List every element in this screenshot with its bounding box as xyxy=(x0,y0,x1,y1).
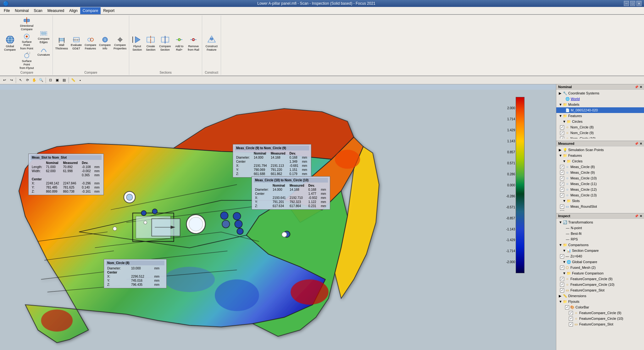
menu-nominal[interactable]: Nominal xyxy=(12,7,31,14)
expand-nominal-features[interactable]: ▼ xyxy=(559,114,563,118)
nominal-model-item[interactable]: 📄 M_08652240-020 xyxy=(556,107,644,113)
expand-dimensions[interactable]: ▶ xyxy=(559,294,563,298)
surface-point-from-flyout-button[interactable]: Surface Pointfrom Flyout xyxy=(18,51,36,70)
zc-640[interactable]: ✓ — Zc=640 xyxy=(556,253,644,259)
nominal-pin-icon[interactable]: 📌 xyxy=(635,85,638,89)
nominal-features[interactable]: ▼ 📁 Features xyxy=(556,113,644,119)
curvature-button[interactable]: Curvature xyxy=(36,45,51,57)
flyout-section-button[interactable]: FlyoutSection xyxy=(130,34,144,53)
maximize-button[interactable]: □ xyxy=(630,1,635,6)
tb-redo[interactable]: ↪ xyxy=(8,77,14,83)
nominal-close-icon[interactable]: ✕ xyxy=(640,85,642,89)
menu-scan[interactable]: Scan xyxy=(31,7,45,14)
construct-feature-button[interactable]: ConstructFeature xyxy=(204,34,219,53)
global-compare-button[interactable]: GlobalCompare xyxy=(3,34,17,53)
menu-compare[interactable]: Compare xyxy=(80,7,101,14)
compare-info-button[interactable]: i CompareInfo xyxy=(98,35,112,51)
meas-circle-13-checkbox[interactable]: ✓ xyxy=(560,193,564,197)
meas-round-slot-checkbox[interactable]: ✓ xyxy=(560,205,564,209)
directional-compare-button[interactable]: DirectionalCompare xyxy=(18,16,36,32)
flyout-fc-circle-10[interactable]: ✓ ○ FeatureCompare_Circle (10) xyxy=(556,316,644,321)
measured-close-icon[interactable]: ✕ xyxy=(640,142,642,145)
tb-fit[interactable]: ⊡ xyxy=(47,77,53,83)
tb-zoom[interactable]: 🔍 xyxy=(38,77,44,83)
meas-circle-12[interactable]: ✓ ○ Meas_Circle (12) xyxy=(556,187,644,192)
inspect-close-icon[interactable]: ✕ xyxy=(640,214,642,218)
meas-round-slot[interactable]: ✓ ▭ Meas_RoundSlot xyxy=(556,204,644,209)
meas-circle-11[interactable]: ✓ ○ Meas_Circle (11) xyxy=(556,181,644,187)
rps[interactable]: — RPS xyxy=(556,236,644,242)
fc-circle-10-checkbox[interactable]: ✓ xyxy=(560,283,564,287)
meas-circle-11-checkbox[interactable]: ✓ xyxy=(560,182,564,186)
add-to-rail-button[interactable]: + Add toRail+ xyxy=(173,34,186,53)
surface-point-from-point-button[interactable]: Surface Pointfrom Point xyxy=(18,32,36,51)
expand-feature-comparison[interactable]: ▼ xyxy=(563,271,566,275)
tb-select[interactable]: ↖ xyxy=(17,77,24,83)
transformations-folder[interactable]: ▼ 🔄 Transformations xyxy=(556,219,644,225)
tb-view-top[interactable]: ▤ xyxy=(61,77,67,83)
nom-circle-9-checkbox[interactable]: ✓ xyxy=(560,131,564,135)
meas-round-slot-2-checkbox[interactable]: ✓ xyxy=(560,210,564,211)
n-point[interactable]: — N-point xyxy=(556,225,644,231)
meas-circle-9[interactable]: ✓ ○ Meas_Circle (9) xyxy=(556,170,644,175)
close-button[interactable]: ✕ xyxy=(636,1,641,6)
nom-circle-9[interactable]: ✓ ○ Nom_Circle (9) xyxy=(556,130,644,136)
nom-circle-10[interactable]: ✓ ○ Nom_Circle (10) xyxy=(556,136,644,138)
fused-mesh-2[interactable]: ✓ ⬡ Fused_Mesh (2) xyxy=(556,265,644,270)
expand-comparisons[interactable]: ▼ xyxy=(559,243,563,247)
expand-models[interactable]: ▼ xyxy=(559,103,563,106)
comparisons-folder[interactable]: ▼ 📁 Comparisons xyxy=(556,242,644,248)
create-section-button[interactable]: + CreateSection xyxy=(144,34,157,53)
remove-from-rail-button[interactable]: Removefrom Rail xyxy=(186,34,201,53)
meas-circle-13[interactable]: ✓ ○ Meas_Circle (13) xyxy=(556,192,644,198)
fc-circle-9-checkbox[interactable]: ✓ xyxy=(560,277,564,281)
meas-circle-8-checkbox[interactable]: ✓ xyxy=(560,165,564,169)
inspect-pin-icon[interactable]: 📌 xyxy=(635,214,638,218)
expand-transformations[interactable]: ▼ xyxy=(559,220,563,224)
colorbar-item[interactable]: ✓ 🎨 ColorBar xyxy=(556,304,644,310)
best-fit[interactable]: — Best-fit xyxy=(556,231,644,236)
fc-circle-10[interactable]: ✓ ○ FeatureCompare_Circle (10) xyxy=(556,282,644,287)
nominal-models[interactable]: ▼ 📁 Models xyxy=(556,102,644,107)
expand-coord-systems[interactable]: ▶ xyxy=(559,91,563,95)
expand-measured-circles[interactable]: ▼ xyxy=(563,159,566,163)
tb-point[interactable]: • xyxy=(77,77,83,83)
flyout-fc-circle-10-checkbox[interactable]: ✓ xyxy=(569,317,573,321)
sim-scan-points[interactable]: ▶ 💡 Simulation Scan Points xyxy=(556,147,644,153)
expand-global-compare[interactable]: ▼ xyxy=(563,260,566,264)
expand-measured-slots[interactable]: ▼ xyxy=(563,199,566,203)
menu-align[interactable]: Align xyxy=(67,7,80,14)
flyouts-folder[interactable]: ▼ 📁 Flyouts xyxy=(556,299,644,304)
colorbar-checkbox[interactable]: ✓ xyxy=(565,305,569,309)
section-compare-folder[interactable]: ▼ 📊 Section Compare xyxy=(556,248,644,253)
expand-nominal-circles[interactable]: ▼ xyxy=(563,120,566,123)
menu-file[interactable]: File xyxy=(1,7,12,14)
viewport[interactable]: 2.000 1.714 1.429 1.143 0.857 0.571 0.28… xyxy=(0,84,556,350)
nominal-coordinate-systems[interactable]: ▶ 🔧 Coordinate Systems xyxy=(556,90,644,96)
meas-circle-9-checkbox[interactable]: ✓ xyxy=(560,171,564,175)
menu-measured[interactable]: Measured xyxy=(45,7,67,14)
measured-slots-folder[interactable]: ▼ 📁 Slots xyxy=(556,198,644,204)
flyout-fc-circle-9-checkbox[interactable]: ✓ xyxy=(569,311,573,315)
flyout-fc-circle-9[interactable]: ✓ ○ FeatureCompare_Circle (9) xyxy=(556,310,644,316)
nom-circle-8[interactable]: ✓ ○ Nom_Circle (8) xyxy=(556,124,644,130)
fc-slot[interactable]: ✓ ▭ FeatureCompare_Slot xyxy=(556,287,644,293)
zc-640-checkbox[interactable]: ✓ xyxy=(560,254,564,258)
nom-circle-8-checkbox[interactable]: ✓ xyxy=(560,125,564,129)
nominal-world[interactable]: 🌐 World xyxy=(556,96,644,102)
expand-sim-scan[interactable]: ▶ xyxy=(559,148,563,152)
wall-thickness-button[interactable]: WallThickness xyxy=(54,35,69,51)
expand-section-compare[interactable]: ▼ xyxy=(563,249,566,252)
compare-section-button[interactable]: CompareSection xyxy=(158,34,172,53)
fused-mesh-2-checkbox[interactable]: ✓ xyxy=(560,266,564,270)
tb-measure[interactable]: 📏 xyxy=(70,77,76,83)
meas-circle-8[interactable]: ✓ ○ Meas_Circle (8) xyxy=(556,164,644,170)
fc-slot-checkbox[interactable]: ✓ xyxy=(560,288,564,292)
meas-circle-12-checkbox[interactable]: ✓ xyxy=(560,188,564,192)
meas-circle-10-checkbox[interactable]: ✓ xyxy=(560,176,564,180)
dimensions-folder[interactable]: ▶ 📏 Dimensions xyxy=(556,293,644,299)
menu-report[interactable]: Report xyxy=(101,7,117,14)
tb-undo[interactable]: ↩ xyxy=(1,77,8,83)
tb-rotate[interactable]: ⟳ xyxy=(24,77,31,83)
meas-round-slot-2[interactable]: ✓ ▭ Meas_RoundSlot (2) xyxy=(556,209,644,211)
